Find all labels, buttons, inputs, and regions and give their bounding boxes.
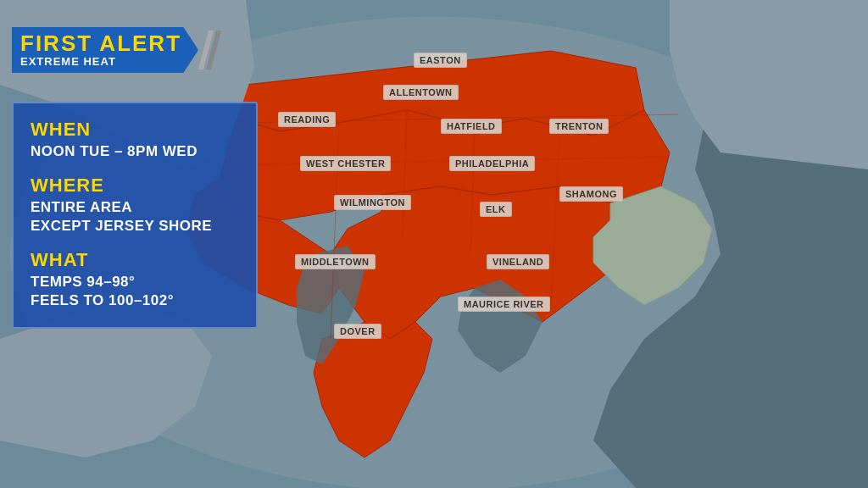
where-section: WHERE ENTIRE AREAEXCEPT JERSEY SHORE [31,175,239,236]
first-alert-badge: FIRST ALERT EXTREME HEAT [12,27,216,73]
when-section: WHEN NOON TUE – 8PM WED [31,119,239,161]
city-label-shamong: SHAMONG [559,186,623,202]
city-label-maurice-river: MAURICE RIVER [458,297,550,312]
city-label-reading: READING [278,112,336,127]
city-label-allentown: ALLENTOWN [383,85,459,100]
city-label-west-chester: WEST CHESTER [300,156,391,171]
badge-subtitle: EXTREME HEAT [20,55,181,68]
where-label: WHERE [31,175,239,197]
city-label-philadelphia: PHILADELPHIA [449,156,535,171]
when-value: NOON TUE – 8PM WED [31,142,239,161]
badge-slashes [203,30,216,69]
city-label-vineland: VINELAND [487,254,549,269]
city-label-middletown: MIDDLETOWN [295,254,376,269]
where-value: ENTIRE AREAEXCEPT JERSEY SHORE [31,198,239,236]
what-value: TEMPS 94–98°FEELS TO 100–102° [31,273,239,310]
badge-title: FIRST ALERT [20,32,181,54]
city-label-dover: DOVER [334,324,381,339]
when-label: WHEN [31,119,239,141]
city-label-elk: ELK [480,202,512,217]
badge-blue-area: FIRST ALERT EXTREME HEAT [12,27,198,73]
info-panel: WHEN NOON TUE – 8PM WED WHERE ENTIRE ARE… [12,102,258,329]
what-section: WHAT TEMPS 94–98°FEELS TO 100–102° [31,249,239,310]
city-label-easton: EASTON [414,53,467,68]
city-label-trenton: TRENTON [549,119,609,134]
city-label-wilmington: WILMINGTON [334,195,411,210]
city-label-hatfield: HATFIELD [441,119,502,134]
what-label: WHAT [31,249,239,271]
